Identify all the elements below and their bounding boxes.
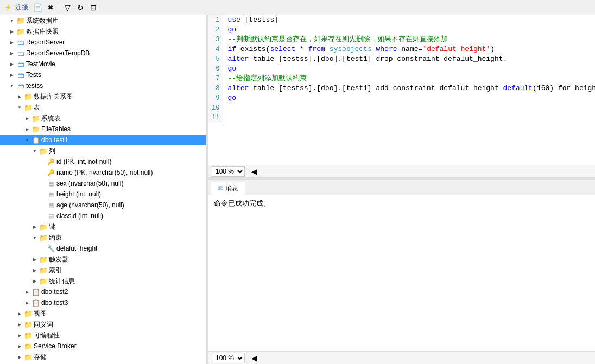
tree-node-constraints[interactable]: ▼📁约束 — [0, 232, 206, 243]
expand-icon-col-age[interactable] — [38, 201, 47, 209]
tree-node-col-sex[interactable]: ▤sex (nvarchar(50), null) — [0, 178, 206, 189]
expand-icon-col-sex[interactable] — [38, 179, 47, 188]
expand-icon-dbo-test2[interactable]: ▶ — [23, 288, 31, 296]
disconnect-button[interactable]: ✖ — [45, 2, 56, 14]
expand-icon-triggers[interactable]: ▶ — [30, 255, 39, 264]
line-code-4[interactable]: if exists(select * from sysobjects where… — [223, 44, 595, 54]
tree-node-col-classid[interactable]: ▤classid (int, null) — [0, 210, 206, 221]
connect-button[interactable]: ⚡ — [2, 2, 14, 14]
expand-icon-synonyms[interactable]: ▶ — [15, 320, 24, 329]
tree-node-cols[interactable]: ▼📁列 — [0, 145, 206, 156]
line-code-2[interactable]: go — [223, 25, 595, 35]
line-code-5[interactable]: alter table [testss].[dbo].[test1] drop … — [223, 54, 595, 64]
line-code-11[interactable] — [223, 113, 595, 123]
expand-icon-col-height[interactable] — [38, 190, 47, 199]
tree-node-programmability[interactable]: ▶📁可编程性 — [0, 330, 206, 341]
tree-node-indexes[interactable]: ▶📁索引 — [0, 265, 206, 276]
expand-icon-stats[interactable]: ▶ — [30, 277, 39, 285]
expand-icon-tests[interactable]: ▶ — [8, 71, 16, 79]
column-icon: ▤ — [48, 191, 54, 198]
expand-icon-dbo-test1[interactable]: ▼ — [23, 136, 31, 144]
expand-icon-col-classid[interactable] — [38, 212, 47, 220]
new-query-button[interactable]: 📄 — [31, 2, 43, 14]
expand-icon-programmability[interactable]: ▶ — [15, 331, 24, 340]
tree-node-sys-db[interactable]: ▼📁系统数据库 — [0, 15, 206, 26]
node-icon-snapshots: 📁 — [16, 27, 25, 36]
node-label-col-name: name (PK, nvarchar(50), not null) — [56, 169, 153, 176]
result-zoom-select[interactable]: 100 % 75 % 125 % — [212, 353, 245, 363]
expand-icon-keys[interactable]: ▶ — [30, 222, 39, 231]
code-editor[interactable]: 1use [testss]2go3--判断默认约束是否存在，如果存在则先删除，如… — [208, 15, 595, 165]
folder-icon: 📁 — [24, 321, 33, 329]
tree-node-service-broker[interactable]: ▶📁Service Broker — [0, 341, 206, 352]
expand-icon-testmovie[interactable]: ▶ — [8, 60, 16, 68]
tree-node-report-server[interactable]: ▶🗃ReportServer — [0, 37, 206, 48]
code-zoom-select[interactable]: 100 % 75 % 125 % — [212, 166, 245, 177]
expand-icon-service-broker[interactable]: ▶ — [15, 342, 24, 350]
expand-icon-dbo-test3[interactable]: ▶ — [23, 298, 31, 307]
line-code-7[interactable]: --给指定列添加默认约束 — [223, 74, 595, 84]
tree-node-db-diagram[interactable]: ▶📁数据库关系图 — [0, 91, 206, 102]
tree-node-dbo-test1[interactable]: ▼📋dbo.test1 — [0, 135, 206, 145]
tree-node-stats[interactable]: ▶📁统计信息 — [0, 276, 206, 286]
tree-node-triggers[interactable]: ▶📁触发器 — [0, 254, 206, 265]
collapse-button[interactable]: ⊟ — [87, 2, 99, 14]
tree-node-col-id[interactable]: 🔑id (PK, int, not null) — [0, 156, 206, 167]
line-code-3[interactable]: --判断默认约束是否存在，如果存在则先删除，如果不存在则直接添加 — [223, 35, 595, 44]
node-icon-tables: 📁 — [24, 103, 33, 112]
expand-icon-filetables[interactable]: ▶ — [23, 125, 31, 133]
expand-icon-constraint-default[interactable] — [38, 244, 47, 253]
expand-icon-col-id[interactable] — [38, 157, 47, 166]
tree-node-testss[interactable]: ▼🗃testss — [0, 80, 206, 91]
expand-icon-snapshots[interactable]: ▶ — [8, 27, 16, 36]
node-icon-synonyms: 📁 — [24, 320, 33, 329]
expand-icon-sys-tables[interactable]: ▶ — [23, 114, 31, 123]
expand-icon-col-name[interactable] — [38, 168, 47, 177]
expand-icon-report-server-temp[interactable]: ▶ — [8, 49, 16, 58]
tree-node-snapshots[interactable]: ▶📁数据库快照 — [0, 26, 206, 37]
tree-node-views[interactable]: ▶📁视图 — [0, 308, 206, 319]
result-zoom-scroll-left[interactable]: ◀ — [248, 352, 260, 364]
line-code-1[interactable]: use [testss] — [223, 15, 595, 25]
tree-node-tests[interactable]: ▶🗃Tests — [0, 69, 206, 80]
tree-node-col-height[interactable]: ▤height (int, null) — [0, 189, 206, 200]
expand-icon-tables[interactable]: ▼ — [15, 103, 24, 112]
expand-icon-views[interactable]: ▶ — [15, 309, 24, 318]
tree-scroll[interactable]: ▼📁系统数据库▶📁数据库快照▶🗃ReportServer▶🗃ReportServ… — [0, 15, 206, 364]
tree-node-report-server-temp[interactable]: ▶🗃ReportServerTempDB — [0, 48, 206, 59]
expand-icon-storage[interactable]: ▶ — [15, 353, 24, 361]
tree-node-sys-tables[interactable]: ▶📁系统表 — [0, 113, 206, 124]
tree-node-constraint-default[interactable]: 🔧defalut_height — [0, 243, 206, 254]
tree-node-tables[interactable]: ▼📁表 — [0, 102, 206, 113]
tree-node-filetables[interactable]: ▶📁FileTables — [0, 124, 206, 135]
tree-node-storage[interactable]: ▶📁存储 — [0, 352, 206, 362]
line-number-11: 11 — [208, 113, 223, 123]
tree-node-keys[interactable]: ▶📁键 — [0, 221, 206, 232]
line-code-6[interactable]: go — [223, 64, 595, 74]
code-token: * — [295, 45, 308, 53]
tree-node-synonyms[interactable]: ▶📁同义词 — [0, 319, 206, 330]
expand-icon-cols[interactable]: ▼ — [30, 146, 39, 155]
expand-icon-indexes[interactable]: ▶ — [30, 266, 39, 274]
tree-node-dbo-test3[interactable]: ▶📋dbo.test3 — [0, 297, 206, 308]
line-code-8[interactable]: alter table [testss].[dbo].[test1] add c… — [223, 84, 595, 93]
tree-node-dbo-test2[interactable]: ▶📋dbo.test2 — [0, 286, 206, 297]
node-label-programmability: 可编程性 — [34, 331, 60, 340]
tree-node-col-age[interactable]: ▤age (nvarchar(50), null) — [0, 200, 206, 210]
line-number-6: 6 — [208, 64, 223, 74]
expand-icon-db-diagram[interactable]: ▶ — [15, 92, 24, 101]
tree-node-testmovie[interactable]: ▶🗃TestMovie — [0, 59, 206, 69]
zoom-scroll-left[interactable]: ◀ — [248, 165, 260, 177]
expand-icon-report-server[interactable]: ▶ — [8, 38, 16, 47]
filter-button[interactable]: ▽ — [61, 2, 73, 14]
line-code-9[interactable]: go — [223, 93, 595, 103]
expand-icon-sys-db[interactable]: ▼ — [8, 16, 16, 25]
expand-icon-constraints[interactable]: ▼ — [30, 233, 39, 242]
refresh-button[interactable]: ↻ — [74, 2, 86, 14]
expand-icon-testss[interactable]: ▼ — [8, 81, 16, 90]
tree-node-col-name[interactable]: 🔑name (PK, nvarchar(50), not null) — [0, 167, 206, 178]
folder-icon: 📁 — [16, 17, 25, 25]
tab-messages[interactable]: ✉ 消息 — [211, 182, 245, 195]
line-code-10[interactable] — [223, 103, 595, 113]
node-icon-programmability: 📁 — [24, 331, 33, 340]
